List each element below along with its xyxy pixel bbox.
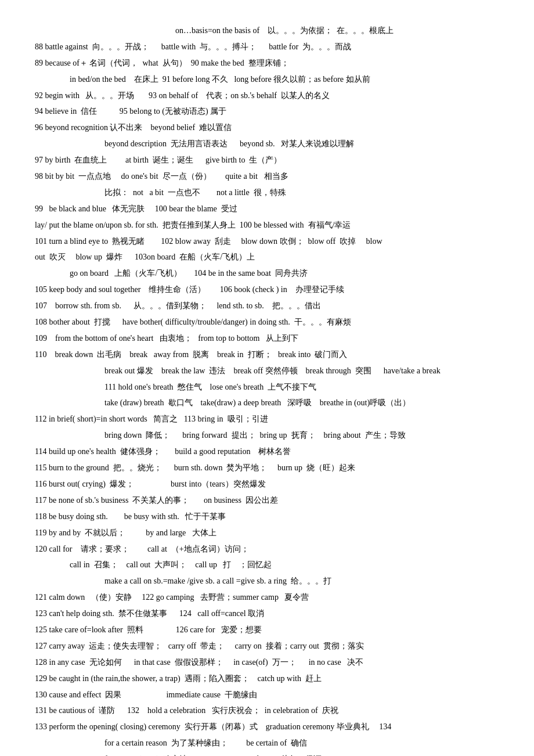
line-98: 98 bit by bit 一点点地 do one's bit 尽一点（份） q… <box>35 169 499 184</box>
line-basis-text: on…basis=on the basis of 以。。。为依据； 在。。。根底… <box>175 26 394 35</box>
line-108-text: 108 bother about 打搅 have bother( difficu… <box>35 318 351 326</box>
line-112-text: 112 in brief( short)=in short words 简言之 … <box>35 415 268 423</box>
line-114: 114 build up one's health 健体强身； build a … <box>35 444 499 459</box>
line-take: take (draw) breath 歇口气 take(draw) a deep… <box>35 395 499 411</box>
line-123: 123 can't help doing sth. 禁不住做某事 124 cal… <box>35 606 499 621</box>
line-88: 88 battle against 向。。。开战； battle with 与。… <box>35 39 499 55</box>
line-94-text: 94 believe in 信任 95 belong to (无被动语态) 属于 <box>35 107 226 116</box>
line-makecall: make a call on sb.=make /give sb. a call… <box>35 574 499 589</box>
line-lay: lay/ put the blame on/upon sb. for sth. … <box>35 218 499 233</box>
line-96b: beyond description 无法用言语表达 beyond sb. 对某… <box>35 136 499 152</box>
line-take-text: take (draw) breath 歇口气 take(draw) a deep… <box>104 398 410 407</box>
line-97-text: 97 by birth 在血统上 at birth 诞生；诞生 give bir… <box>35 156 282 164</box>
line-119: 119 by and by 不就以后； by and large 大体上 <box>35 525 499 541</box>
line-99-text: 99 be black and blue 体无完肤 100 bear the b… <box>35 204 237 213</box>
line-105: 105 keep body and soul together 维持生命（活） … <box>35 282 499 297</box>
line-109-text: 109 from the bottom of one's heart 由衷地； … <box>35 334 298 343</box>
line-101: 101 turn a blind eye to 熟视无睹 102 blow aw… <box>35 234 499 249</box>
line-out: out 吹灭 blow up 爆炸 103on board 在船（火车/飞机）上 <box>35 250 499 265</box>
line-96b-text: beyond description 无法用言语表达 beyond sb. 对某… <box>104 139 354 148</box>
line-120-text: 120 call for 请求；要求； call at （+地点名词）访问； <box>35 545 249 553</box>
line-lay-text: lay/ put the blame on/upon sb. for sth. … <box>35 221 351 229</box>
line-110b: break out 爆发 break the law 违法 break off … <box>35 363 499 379</box>
line-89-text: 89 because of＋ 名词（代词， what 从句） 90 make t… <box>35 59 289 67</box>
line-basis: on…basis=on the basis of 以。。。为依据； 在。。。根底… <box>35 23 499 38</box>
line-119-text: 119 by and by 不就以后； by and large 大体上 <box>35 528 217 537</box>
line-120: 120 call for 请求；要求； call at （+地点名词）访问； <box>35 542 499 557</box>
line-133: 133 perform the opening( closing) ceremo… <box>35 719 499 735</box>
line-inbed-text: in bed/on the bed 在床上 91 before long 不久 … <box>70 75 370 84</box>
line-129-text: 129 be caught in (the rain,the shower, a… <box>35 674 322 683</box>
line-107: 107 borrow sth. from sb. 从。。。借到某物； lend … <box>35 298 499 314</box>
line-101-text: 101 turn a blind eye to 熟视无睹 102 blow aw… <box>35 237 383 246</box>
line-110: 110 break down 出毛病 break away from 脱离 br… <box>35 347 499 362</box>
line-128-text: 128 in any case 无论如何 in that case 假假设那样；… <box>35 658 363 667</box>
line-96-text: 96 beyond recognition 认不出来 beyond belief… <box>35 123 232 132</box>
line-107-text: 107 borrow sth. from sb. 从。。。借到某物； lend … <box>35 301 321 310</box>
line-115: 115 burn to the ground 把。。烧光； burn sth. … <box>35 460 499 476</box>
line-116: 116 burst out( crying) 爆发； burst into（te… <box>35 477 499 492</box>
line-118-text: 118 be busy doing sth. be busy with sth.… <box>35 512 226 521</box>
line-111: 111 hold one's breath 憋住气 lose one's bre… <box>35 380 499 395</box>
line-96: 96 beyond recognition 认不出来 beyond belief… <box>35 120 499 135</box>
line-130: 130 cause and effect 因果 immediate cause … <box>35 687 499 703</box>
line-inbed: in bed/on the bed 在床上 91 before long 不久 … <box>35 72 499 87</box>
line-117-text: 117 be none of sb.'s business 不关某人的事； on… <box>35 496 278 505</box>
line-110-text: 110 break down 出毛病 break away from 脱离 br… <box>35 350 347 359</box>
line-127-text: 127 carry away 运走；使失去理智； carry off 带走； c… <box>35 642 364 650</box>
main-content: on…basis=on the basis of 以。。。为依据； 在。。。根底… <box>35 23 499 756</box>
line-forcertain: for a certain reason 为了某种缘由； be certain … <box>35 736 499 751</box>
line-117: 117 be none of sb.'s business 不关某人的事； on… <box>35 493 499 508</box>
line-88-text: 88 battle against 向。。。开战； battle with 与。… <box>35 42 351 51</box>
line-92-text: 92 begin with 从。。。开场 93 on behalf of 代表；… <box>35 91 330 100</box>
line-125: 125 take care of=look after 照料 126 care … <box>35 622 499 638</box>
line-94: 94 believe in 信任 95 belong to (无被动语态) 属于 <box>35 104 499 119</box>
line-131: 131 be cautious of 谨防 132 hold a celebra… <box>35 703 499 718</box>
line-out-text: out 吹灭 blow up 爆炸 103on board 在船（火车/飞机）上 <box>35 253 255 261</box>
line-98-text: 98 bit by bit 一点点地 do one's bit 尽一点（份） q… <box>35 172 288 181</box>
line-99: 99 be black and blue 体无完肤 100 bear the b… <box>35 201 499 217</box>
line-128: 128 in any case 无论如何 in that case 假假设那样；… <box>35 655 499 670</box>
line-129: 129 be caught in (the rain,the shower, a… <box>35 671 499 686</box>
line-92: 92 begin with 从。。。开场 93 on behalf of 代表；… <box>35 88 499 103</box>
line-bringdown-text: bring down 降低； bring forward 提出； bring u… <box>104 431 406 440</box>
line-bringdown: bring down 降低； bring forward 提出； bring u… <box>35 428 499 443</box>
line-109: 109 from the bottom of one's heart 由衷地； … <box>35 331 499 346</box>
line-110b-text: break out 爆发 break the law 违法 break off … <box>104 366 441 375</box>
line-121: 121 calm down （使）安静 122 go camping 去野营；s… <box>35 590 499 605</box>
line-131-text: 131 be cautious of 谨防 132 hold a celebra… <box>35 706 338 715</box>
line-forcertain2: for certain( sure) 确定地； make certain of（… <box>35 752 499 756</box>
line-111-text: 111 hold one's breath 憋住气 lose one's bre… <box>104 383 316 391</box>
line-goonboard-text: go on board 上船（火车/飞机） 104 be in the same… <box>70 269 308 278</box>
line-133-text: 133 perform the opening( closing) ceremo… <box>35 722 391 731</box>
line-105-text: 105 keep body and soul together 维持生命（活） … <box>35 285 344 294</box>
line-makecall-text: make a call on sb.=make /give sb. a call… <box>104 577 331 585</box>
line-114-text: 114 build up one's health 健体强身； build a … <box>35 447 291 456</box>
line-112: 112 in brief( short)=in short words 简言之 … <box>35 412 499 427</box>
line-118: 118 be busy doing sth. be busy with sth.… <box>35 509 499 524</box>
line-127: 127 carry away 运走；使失去理智； carry off 带走； c… <box>35 639 499 654</box>
line-130-text: 130 cause and effect 因果 immediate cause … <box>35 690 257 699</box>
line-98b-text: 比拟： not a bit 一点也不 not a little 很，特殊 <box>104 188 286 197</box>
line-callin-text: call in 召集； call out 大声叫； call up 打 ；回忆起 <box>70 560 272 569</box>
line-108: 108 bother about 打搅 have bother( difficu… <box>35 315 499 330</box>
line-116-text: 116 burst out( crying) 爆发； burst into（te… <box>35 480 266 488</box>
line-121-text: 121 calm down （使）安静 122 go camping 去野营；s… <box>35 593 309 602</box>
line-115-text: 115 burn to the ground 把。。烧光； burn sth. … <box>35 463 355 472</box>
line-98b: 比拟： not a bit 一点也不 not a little 很，特殊 <box>35 185 499 200</box>
line-89: 89 because of＋ 名词（代词， what 从句） 90 make t… <box>35 56 499 71</box>
line-forcertain-text: for a certain reason 为了某种缘由； be certain … <box>104 739 307 747</box>
line-125-text: 125 take care of=look after 照料 126 care … <box>35 625 262 634</box>
line-callin: call in 召集； call out 大声叫； call up 打 ；回忆起 <box>35 557 499 573</box>
line-goonboard: go on board 上船（火车/飞机） 104 be in the same… <box>35 266 499 281</box>
line-123-text: 123 can't help doing sth. 禁不住做某事 124 cal… <box>35 609 264 618</box>
line-97: 97 by birth 在血统上 at birth 诞生；诞生 give bir… <box>35 153 499 168</box>
